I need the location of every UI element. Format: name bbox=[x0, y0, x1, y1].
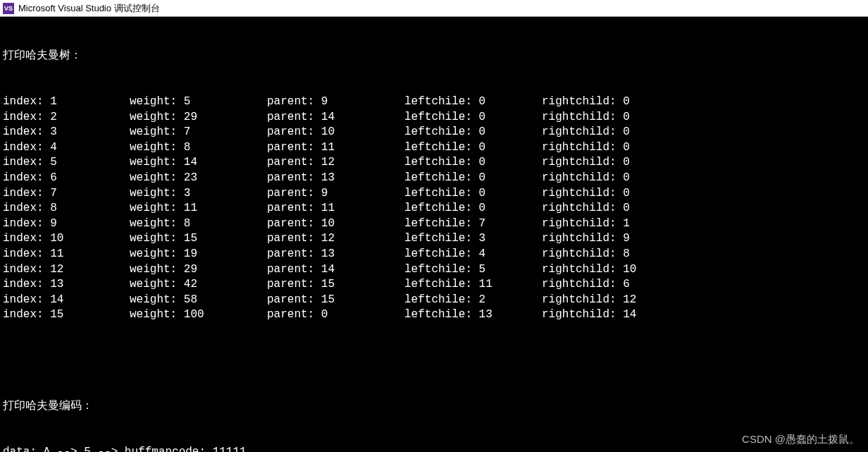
weight-cell: weight: 15 bbox=[130, 231, 267, 247]
parent-cell: parent: 14 bbox=[267, 110, 404, 126]
code-list: data: A --> 5 --> huffmancode: 11111data… bbox=[3, 445, 865, 452]
index-cell: index: 14 bbox=[3, 293, 130, 308]
parent-cell: parent: 13 bbox=[267, 247, 404, 262]
code-header: 打印哈夫曼编码： bbox=[3, 399, 865, 415]
rightchild-cell: rightchild: 0 bbox=[542, 201, 683, 216]
parent-cell: parent: 9 bbox=[267, 94, 404, 110]
weight-cell: weight: 14 bbox=[130, 155, 267, 171]
tree-row: index: 10weight: 15parent: 12leftchile: … bbox=[3, 231, 865, 247]
rightchild-cell: rightchild: 0 bbox=[542, 171, 683, 186]
weight-cell: weight: 42 bbox=[130, 277, 267, 293]
parent-cell: parent: 11 bbox=[267, 140, 404, 156]
parent-cell: parent: 10 bbox=[267, 125, 404, 140]
watermark: CSDN @愚蠢的土拨鼠。 bbox=[742, 433, 860, 446]
parent-cell: parent: 13 bbox=[267, 171, 404, 186]
index-cell: index: 1 bbox=[3, 94, 130, 110]
tree-row: index: 9weight: 8parent: 10leftchile: 7r… bbox=[3, 216, 865, 232]
weight-cell: weight: 29 bbox=[130, 262, 267, 278]
leftchild-cell: leftchile: 13 bbox=[404, 307, 542, 323]
tree-row: index: 3weight: 7parent: 10leftchile: 0r… bbox=[3, 125, 865, 140]
index-cell: index: 5 bbox=[3, 155, 130, 171]
tree-row: index: 15weight: 100parent: 0leftchile: … bbox=[3, 307, 865, 323]
leftchild-cell: leftchile: 7 bbox=[404, 216, 542, 232]
leftchild-cell: leftchile: 0 bbox=[404, 155, 542, 171]
tree-header: 打印哈夫曼树： bbox=[3, 49, 865, 64]
weight-cell: weight: 5 bbox=[130, 94, 267, 110]
index-cell: index: 11 bbox=[3, 247, 130, 262]
index-cell: index: 2 bbox=[3, 110, 130, 126]
rightchild-cell: rightchild: 0 bbox=[542, 110, 683, 126]
index-cell: index: 6 bbox=[3, 171, 130, 186]
tree-row: index: 4weight: 8parent: 11leftchile: 0r… bbox=[3, 140, 865, 156]
weight-cell: weight: 11 bbox=[130, 201, 267, 216]
tree-row: index: 5weight: 14parent: 12leftchile: 0… bbox=[3, 155, 865, 171]
weight-cell: weight: 23 bbox=[130, 171, 267, 186]
rightchild-cell: rightchild: 12 bbox=[542, 293, 683, 308]
leftchild-cell: leftchile: 0 bbox=[404, 140, 542, 156]
leftchild-cell: leftchile: 0 bbox=[404, 94, 542, 110]
tree-row: index: 14weight: 58parent: 15leftchile: … bbox=[3, 293, 865, 308]
leftchild-cell: leftchile: 11 bbox=[404, 277, 542, 293]
tree-row: index: 13weight: 42parent: 15leftchile: … bbox=[3, 277, 865, 293]
leftchild-cell: leftchile: 0 bbox=[404, 125, 542, 140]
parent-cell: parent: 15 bbox=[267, 277, 404, 293]
leftchild-cell: leftchile: 0 bbox=[404, 110, 542, 126]
code-row: data: A --> 5 --> huffmancode: 11111 bbox=[3, 445, 865, 452]
index-cell: index: 13 bbox=[3, 277, 130, 293]
weight-cell: weight: 8 bbox=[130, 140, 267, 156]
rightchild-cell: rightchild: 1 bbox=[542, 216, 683, 232]
weight-cell: weight: 29 bbox=[130, 110, 267, 126]
index-cell: index: 10 bbox=[3, 231, 130, 247]
leftchild-cell: leftchile: 0 bbox=[404, 171, 542, 186]
rightchild-cell: rightchild: 9 bbox=[542, 231, 683, 247]
weight-cell: weight: 100 bbox=[130, 307, 267, 323]
visual-studio-icon: VS bbox=[3, 3, 14, 14]
index-cell: index: 3 bbox=[3, 125, 130, 140]
tree-row: index: 11weight: 19parent: 13leftchile: … bbox=[3, 247, 865, 262]
index-cell: index: 7 bbox=[3, 186, 130, 202]
tree-table: index: 1weight: 5parent: 9leftchile: 0ri… bbox=[3, 94, 865, 323]
index-cell: index: 4 bbox=[3, 140, 130, 156]
index-cell: index: 9 bbox=[3, 216, 130, 232]
parent-cell: parent: 0 bbox=[267, 307, 404, 323]
console-output: 打印哈夫曼树： index: 1weight: 5parent: 9leftch… bbox=[0, 17, 868, 452]
rightchild-cell: rightchild: 0 bbox=[542, 186, 683, 202]
parent-cell: parent: 11 bbox=[267, 201, 404, 216]
tree-row: index: 7weight: 3parent: 9leftchile: 0ri… bbox=[3, 186, 865, 202]
rightchild-cell: rightchild: 6 bbox=[542, 277, 683, 293]
tree-row: index: 6weight: 23parent: 13leftchile: 0… bbox=[3, 171, 865, 186]
rightchild-cell: rightchild: 0 bbox=[542, 125, 683, 140]
tree-row: index: 1weight: 5parent: 9leftchile: 0ri… bbox=[3, 94, 865, 110]
rightchild-cell: rightchild: 0 bbox=[542, 140, 683, 156]
tree-row: index: 8weight: 11parent: 11leftchile: 0… bbox=[3, 201, 865, 216]
parent-cell: parent: 15 bbox=[267, 293, 404, 308]
leftchild-cell: leftchile: 0 bbox=[404, 201, 542, 216]
rightchild-cell: rightchild: 0 bbox=[542, 155, 683, 171]
parent-cell: parent: 12 bbox=[267, 155, 404, 171]
index-cell: index: 15 bbox=[3, 307, 130, 323]
parent-cell: parent: 10 bbox=[267, 216, 404, 232]
leftchild-cell: leftchile: 0 bbox=[404, 186, 542, 202]
parent-cell: parent: 12 bbox=[267, 231, 404, 247]
window-title: Microsoft Visual Studio 调试控制台 bbox=[18, 2, 160, 15]
leftchild-cell: leftchile: 5 bbox=[404, 262, 542, 278]
weight-cell: weight: 8 bbox=[130, 216, 267, 232]
blank-line bbox=[3, 353, 865, 369]
rightchild-cell: rightchild: 8 bbox=[542, 247, 683, 262]
weight-cell: weight: 58 bbox=[130, 293, 267, 308]
tree-row: index: 12weight: 29parent: 14leftchile: … bbox=[3, 262, 865, 278]
rightchild-cell: rightchild: 14 bbox=[542, 307, 683, 323]
weight-cell: weight: 19 bbox=[130, 247, 267, 262]
index-cell: index: 12 bbox=[3, 262, 130, 278]
weight-cell: weight: 7 bbox=[130, 125, 267, 140]
rightchild-cell: rightchild: 0 bbox=[542, 94, 683, 110]
weight-cell: weight: 3 bbox=[130, 186, 267, 202]
rightchild-cell: rightchild: 10 bbox=[542, 262, 683, 278]
index-cell: index: 8 bbox=[3, 201, 130, 216]
parent-cell: parent: 14 bbox=[267, 262, 404, 278]
tree-row: index: 2weight: 29parent: 14leftchile: 0… bbox=[3, 110, 865, 126]
leftchild-cell: leftchile: 2 bbox=[404, 293, 542, 308]
parent-cell: parent: 9 bbox=[267, 186, 404, 202]
leftchild-cell: leftchile: 3 bbox=[404, 231, 542, 247]
title-bar: VS Microsoft Visual Studio 调试控制台 bbox=[0, 0, 868, 17]
